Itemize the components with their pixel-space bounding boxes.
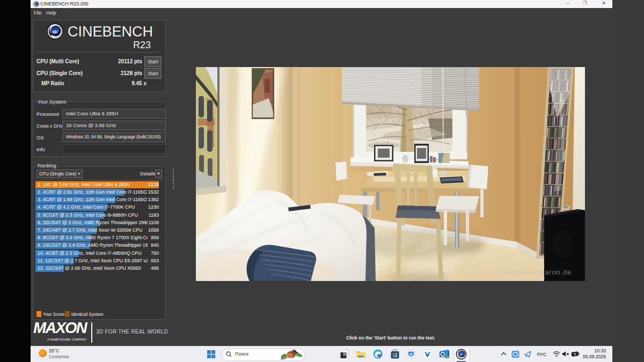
- svg-text:www.renderbaron.de: www.renderbaron.de: [499, 268, 572, 276]
- svg-text:NEW: NEW: [445, 356, 449, 358]
